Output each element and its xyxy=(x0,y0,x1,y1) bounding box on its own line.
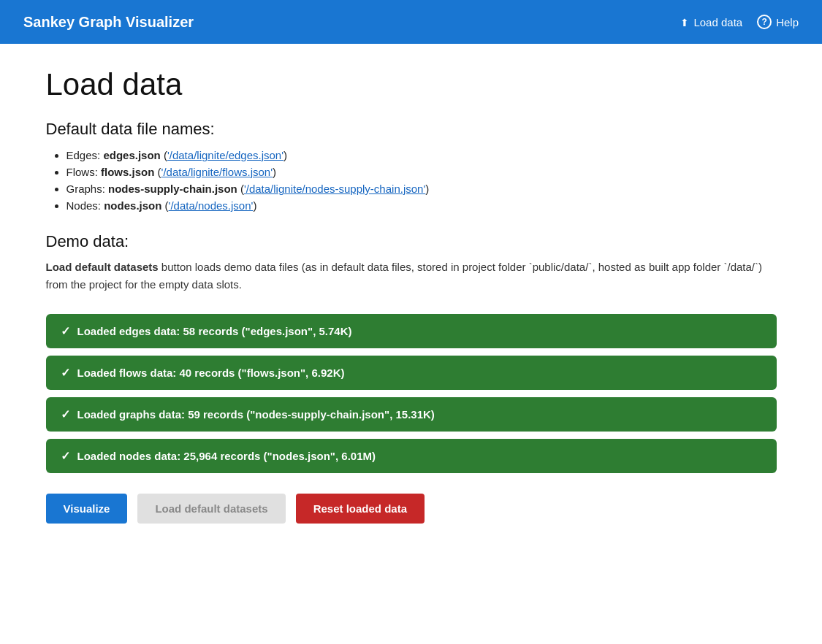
check-icon: ✓ xyxy=(61,407,70,421)
status-banner-flows: ✓ Loaded flows data: 40 records ("flows.… xyxy=(46,356,777,390)
page-title: Load data xyxy=(46,67,777,102)
default-files-section-title: Default data file names: xyxy=(46,120,777,139)
flows-link[interactable]: '/data/lignite/flows.json' xyxy=(161,166,273,178)
upload-icon xyxy=(680,16,689,28)
button-row: Visualize Load default datasets Reset lo… xyxy=(46,494,777,524)
load-data-header-button[interactable]: Load data xyxy=(680,16,742,28)
file-list: Edges: edges.json ('/data/lignite/edges.… xyxy=(46,149,777,212)
status-banner-graphs: ✓ Loaded graphs data: 59 records ("nodes… xyxy=(46,397,777,432)
help-icon: ? xyxy=(757,15,772,29)
status-banner-nodes: ✓ Loaded nodes data: 25,964 records ("no… xyxy=(46,439,777,473)
status-banner-edges: ✓ Loaded edges data: 58 records ("edges.… xyxy=(46,314,777,348)
list-item: Flows: flows.json ('/data/lignite/flows.… xyxy=(66,166,777,178)
app-title: Sankey Graph Visualizer xyxy=(23,14,194,31)
load-default-button: Load default datasets xyxy=(137,494,285,524)
edges-link[interactable]: '/data/lignite/edges.json' xyxy=(167,149,283,161)
header: Sankey Graph Visualizer Load data ? Help xyxy=(0,0,822,44)
check-icon: ✓ xyxy=(61,449,70,463)
demo-description: Load default datasets button loads demo … xyxy=(46,258,777,294)
header-actions: Load data ? Help xyxy=(680,15,799,29)
list-item: Edges: edges.json ('/data/lignite/edges.… xyxy=(66,149,777,161)
check-icon: ✓ xyxy=(61,366,70,380)
list-item: Nodes: nodes.json ('/data/nodes.json') xyxy=(66,199,777,212)
demo-section-title: Demo data: xyxy=(46,232,777,251)
list-item: Graphs: nodes-supply-chain.json ('/data/… xyxy=(66,183,777,195)
graphs-link[interactable]: '/data/lignite/nodes-supply-chain.json' xyxy=(244,183,425,195)
nodes-link[interactable]: '/data/nodes.json' xyxy=(169,199,254,212)
check-icon: ✓ xyxy=(61,324,70,338)
visualize-button[interactable]: Visualize xyxy=(46,494,128,524)
main-content: Load data Default data file names: Edges… xyxy=(17,44,806,553)
help-header-button[interactable]: ? Help xyxy=(757,15,799,29)
status-banners: ✓ Loaded edges data: 58 records ("edges.… xyxy=(46,314,777,473)
reset-button[interactable]: Reset loaded data xyxy=(296,494,425,524)
